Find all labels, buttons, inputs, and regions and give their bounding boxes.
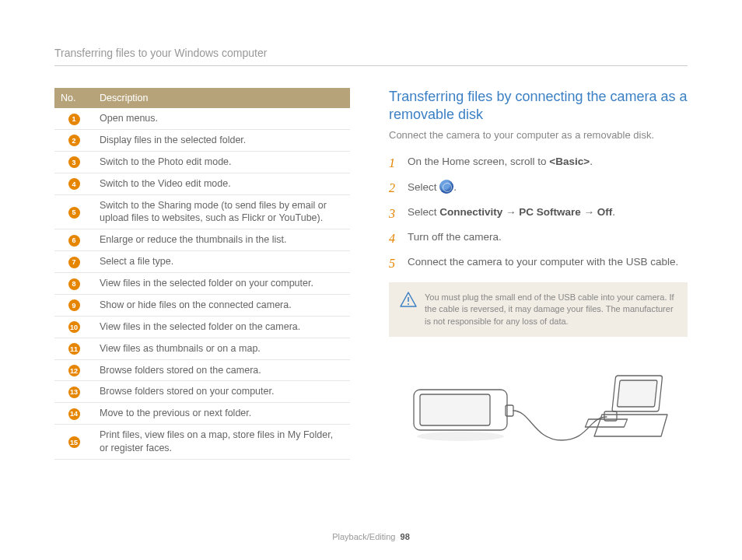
table-row: 13Browse folders stored on your computer… — [54, 381, 350, 403]
row-description-cell: Print files, view files on a map, store … — [93, 425, 350, 460]
row-description-cell: View files as thumbnails or on a map. — [93, 338, 350, 359]
page-number: 98 — [401, 532, 410, 541]
th-no: No. — [54, 88, 93, 108]
row-number-cell: 4 — [54, 173, 93, 194]
warning-text: You must plug the small end of the USB c… — [425, 292, 677, 327]
step-bold: PC Software — [519, 206, 581, 218]
row-number-cell: 11 — [54, 338, 93, 359]
number-badge: 7 — [68, 257, 80, 268]
step-1: 1 On the Home screen, scroll to <Basic>. — [389, 155, 688, 172]
row-number-cell: 15 — [54, 425, 93, 460]
th-description: Description — [93, 88, 350, 108]
footer-section: Playback/Editing — [332, 532, 395, 541]
settings-icon — [439, 180, 453, 194]
row-number-cell: 5 — [54, 194, 93, 229]
step-text: . — [612, 206, 615, 218]
table-row: 10View files in the selected folder on t… — [54, 316, 350, 338]
step-text: Select — [408, 181, 439, 193]
svg-point-2 — [408, 303, 409, 305]
row-number-cell: 1 — [54, 108, 93, 129]
camera-laptop-illustration — [389, 359, 688, 460]
step-4: 4 Turn off the camera. — [389, 230, 688, 247]
step-bold: Off — [597, 206, 613, 218]
step-bold: Connectivity — [439, 206, 502, 218]
step-number: 4 — [389, 230, 400, 247]
row-number-cell: 7 — [54, 251, 93, 273]
number-badge: 1 — [68, 114, 80, 125]
number-badge: 15 — [68, 436, 80, 448]
row-description-cell: View files in the selected folder on you… — [93, 273, 350, 295]
step-number: 5 — [389, 255, 400, 272]
steps-list: 1 On the Home screen, scroll to <Basic>.… — [389, 155, 688, 273]
number-badge: 10 — [68, 321, 80, 333]
content-columns: No. Description 1Open menus.2Display fil… — [54, 88, 688, 460]
table-row: 6Enlarge or reduce the thumbnails in the… — [54, 229, 350, 251]
step-text: Connect the camera to your computer with… — [408, 255, 678, 270]
row-number-cell: 6 — [54, 229, 93, 251]
number-badge: 5 — [68, 207, 80, 219]
row-description-cell: Move to the previous or next folder. — [93, 403, 350, 425]
row-description-cell: Switch to the Video edit mode. — [93, 173, 350, 194]
step-text: On the Home screen, scroll to — [408, 156, 549, 167]
table-row: 3Switch to the Photo edit mode. — [54, 151, 350, 173]
step-2: 2 Select . — [389, 180, 688, 197]
step-text: Select — [408, 206, 439, 218]
table-row: 11View files as thumbnails or on a map. — [54, 338, 350, 359]
table-row: 14Move to the previous or next folder. — [54, 403, 350, 425]
number-badge: 8 — [68, 278, 80, 290]
step-number: 3 — [389, 205, 400, 222]
number-badge: 11 — [68, 343, 80, 355]
description-table: No. Description 1Open menus.2Display fil… — [54, 88, 350, 460]
right-column: Transferring files by connecting the cam… — [389, 88, 688, 460]
table-row: 9Show or hide files on the connected cam… — [54, 294, 350, 316]
row-description-cell: Enlarge or reduce the thumbnails in the … — [93, 229, 350, 251]
row-description-cell: Switch to the Sharing mode (to send file… — [93, 194, 350, 229]
page-footer: Playback/Editing 98 — [0, 532, 742, 541]
step-5: 5 Connect the camera to your computer wi… — [389, 255, 688, 272]
step-text: . — [590, 156, 593, 167]
row-number-cell: 2 — [54, 129, 93, 151]
number-badge: 3 — [68, 156, 80, 168]
svg-point-5 — [417, 432, 504, 441]
row-description-cell: View files in the selected folder on the… — [93, 316, 350, 338]
table-row: 2Display files in the selected folder. — [54, 129, 350, 151]
svg-rect-9 — [617, 380, 657, 407]
step-text: . — [453, 181, 457, 193]
number-badge: 4 — [68, 178, 80, 190]
left-column: No. Description 1Open menus.2Display fil… — [54, 88, 350, 460]
row-description-cell: Select a file type. — [93, 251, 350, 273]
table-row: 15Print files, view files on a map, stor… — [54, 425, 350, 460]
row-description-cell: Browse folders stored on the camera. — [93, 359, 350, 381]
step-text: Turn off the camera. — [408, 230, 502, 245]
number-badge: 9 — [68, 299, 80, 311]
page-header: Transferring files to your Windows compu… — [54, 47, 688, 66]
table-row: 5Switch to the Sharing mode (to send fil… — [54, 194, 350, 229]
row-number-cell: 14 — [54, 403, 93, 425]
number-badge: 2 — [68, 135, 80, 146]
row-description-cell: Browse folders stored on your computer. — [93, 381, 350, 403]
row-number-cell: 12 — [54, 359, 93, 381]
step-number: 1 — [389, 155, 400, 172]
table-row: 7Select a file type. — [54, 251, 350, 273]
section-intro: Connect the camera to your computer as a… — [389, 129, 688, 141]
table-row: 1Open menus. — [54, 108, 350, 129]
table-row: 12Browse folders stored on the camera. — [54, 359, 350, 381]
row-description-cell: Display files in the selected folder. — [93, 129, 350, 151]
row-number-cell: 8 — [54, 273, 93, 295]
number-badge: 12 — [68, 365, 80, 376]
row-number-cell: 10 — [54, 316, 93, 338]
table-row: 4Switch to the Video edit mode. — [54, 173, 350, 194]
row-description-cell: Show or hide files on the connected came… — [93, 294, 350, 316]
caution-icon — [400, 292, 417, 327]
step-3: 3 Select Connectivity → PC Software → Of… — [389, 205, 688, 222]
arrow-icon: → — [581, 206, 597, 218]
step-number: 2 — [389, 180, 400, 197]
row-description-cell: Switch to the Photo edit mode. — [93, 151, 350, 173]
number-badge: 13 — [68, 387, 80, 398]
warning-box: You must plug the small end of the USB c… — [389, 282, 688, 337]
row-description-cell: Open menus. — [93, 108, 350, 129]
arrow-icon: → — [502, 206, 519, 218]
step-bold: <Basic> — [549, 156, 590, 167]
svg-rect-4 — [420, 394, 490, 425]
row-number-cell: 3 — [54, 151, 93, 173]
